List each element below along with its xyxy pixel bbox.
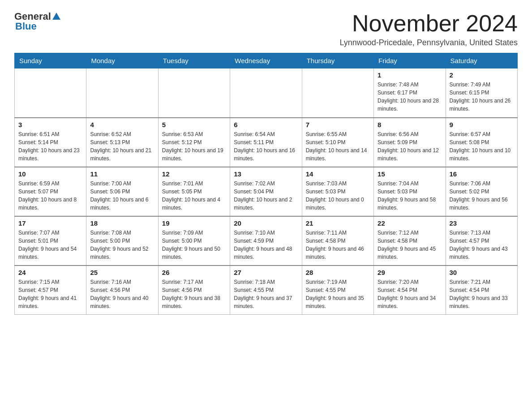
day-number: 16 [450,170,514,178]
calendar-cell: 1Sunrise: 7:48 AMSunset: 6:17 PMDaylight… [374,68,446,118]
page-header: General Blue November 2024 Lynnwood-Pric… [14,11,518,47]
day-number: 17 [18,219,82,227]
day-sun-info: Sunrise: 7:12 AMSunset: 4:58 PMDaylight:… [378,229,442,261]
day-number: 23 [450,219,514,227]
day-sun-info: Sunrise: 7:08 AMSunset: 5:00 PMDaylight:… [90,229,154,261]
day-number: 2 [450,71,514,79]
day-number: 29 [378,269,442,276]
weekday-header-friday: Friday [374,53,446,68]
day-sun-info: Sunrise: 6:59 AMSunset: 5:07 PMDaylight:… [18,180,82,212]
day-number: 24 [18,269,82,276]
day-sun-info: Sunrise: 7:19 AMSunset: 4:55 PMDaylight:… [306,278,370,310]
day-sun-info: Sunrise: 6:53 AMSunset: 5:12 PMDaylight:… [162,130,226,163]
day-sun-info: Sunrise: 7:16 AMSunset: 4:56 PMDaylight:… [90,278,154,310]
calendar-cell: 26Sunrise: 7:17 AMSunset: 4:56 PMDayligh… [158,265,230,315]
day-number: 11 [90,170,154,178]
day-sun-info: Sunrise: 6:52 AMSunset: 5:13 PMDaylight:… [90,130,154,163]
day-number: 26 [162,269,226,276]
weekday-header-tuesday: Tuesday [158,53,230,68]
calendar-cell [15,68,86,118]
day-number: 7 [306,121,370,128]
calendar-week-row: 3Sunrise: 6:51 AMSunset: 5:14 PMDaylight… [15,118,518,167]
day-sun-info: Sunrise: 7:09 AMSunset: 5:00 PMDaylight:… [162,229,226,261]
calendar-cell [158,68,230,118]
calendar-cell: 4Sunrise: 6:52 AMSunset: 5:13 PMDaylight… [86,118,158,167]
calendar-table: SundayMondayTuesdayWednesdayThursdayFrid… [14,53,518,315]
calendar-cell: 11Sunrise: 7:00 AMSunset: 5:06 PMDayligh… [86,167,158,216]
calendar-cell: 15Sunrise: 7:04 AMSunset: 5:03 PMDayligh… [374,167,446,216]
day-sun-info: Sunrise: 7:10 AMSunset: 4:59 PMDaylight:… [234,229,298,261]
day-sun-info: Sunrise: 7:02 AMSunset: 5:04 PMDaylight:… [234,180,298,212]
day-sun-info: Sunrise: 7:13 AMSunset: 4:57 PMDaylight:… [450,229,514,261]
day-number: 25 [90,269,154,276]
day-sun-info: Sunrise: 7:06 AMSunset: 5:02 PMDaylight:… [450,180,514,212]
day-number: 12 [162,170,226,178]
day-number: 15 [378,170,442,178]
day-sun-info: Sunrise: 6:51 AMSunset: 5:14 PMDaylight:… [18,130,82,163]
weekday-header-thursday: Thursday [302,53,373,68]
calendar-cell [230,68,302,118]
calendar-body: 1Sunrise: 7:48 AMSunset: 6:17 PMDaylight… [15,68,518,315]
day-sun-info: Sunrise: 6:54 AMSunset: 5:11 PMDaylight:… [234,130,298,163]
day-number: 4 [90,121,154,128]
weekday-header-sunday: Sunday [15,53,86,68]
calendar-cell: 28Sunrise: 7:19 AMSunset: 4:55 PMDayligh… [302,265,373,315]
calendar-cell: 30Sunrise: 7:21 AMSunset: 4:54 PMDayligh… [446,265,517,315]
calendar-cell: 23Sunrise: 7:13 AMSunset: 4:57 PMDayligh… [446,216,517,265]
logo-blue-text: Blue [15,21,37,32]
day-sun-info: Sunrise: 7:21 AMSunset: 4:54 PMDaylight:… [450,278,514,310]
calendar-cell: 8Sunrise: 6:56 AMSunset: 5:09 PMDaylight… [374,118,446,167]
logo: General Blue [14,11,62,32]
day-number: 19 [162,219,226,227]
day-sun-info: Sunrise: 7:48 AMSunset: 6:17 PMDaylight:… [378,81,442,113]
calendar-cell: 9Sunrise: 6:57 AMSunset: 5:08 PMDaylight… [446,118,517,167]
day-number: 10 [18,170,82,178]
calendar-cell: 3Sunrise: 6:51 AMSunset: 5:14 PMDaylight… [15,118,86,167]
day-number: 30 [450,269,514,276]
day-sun-info: Sunrise: 6:57 AMSunset: 5:08 PMDaylight:… [450,130,514,163]
calendar-cell: 20Sunrise: 7:10 AMSunset: 4:59 PMDayligh… [230,216,302,265]
calendar-week-row: 17Sunrise: 7:07 AMSunset: 5:01 PMDayligh… [15,216,518,265]
day-number: 27 [234,269,298,276]
day-number: 22 [378,219,442,227]
calendar-cell: 22Sunrise: 7:12 AMSunset: 4:58 PMDayligh… [374,216,446,265]
calendar-cell: 27Sunrise: 7:18 AMSunset: 4:55 PMDayligh… [230,265,302,315]
day-number: 18 [90,219,154,227]
day-sun-info: Sunrise: 7:11 AMSunset: 4:58 PMDaylight:… [306,229,370,261]
day-number: 1 [378,71,442,79]
calendar-cell: 14Sunrise: 7:03 AMSunset: 5:03 PMDayligh… [302,167,373,216]
day-number: 5 [162,121,226,128]
day-number: 21 [306,219,370,227]
day-number: 20 [234,219,298,227]
calendar-cell: 7Sunrise: 6:55 AMSunset: 5:10 PMDaylight… [302,118,373,167]
calendar-cell: 16Sunrise: 7:06 AMSunset: 5:02 PMDayligh… [446,167,517,216]
day-number: 8 [378,121,442,128]
day-sun-info: Sunrise: 7:18 AMSunset: 4:55 PMDaylight:… [234,278,298,310]
day-number: 28 [306,269,370,276]
day-sun-info: Sunrise: 7:04 AMSunset: 5:03 PMDaylight:… [378,180,442,212]
title-block: November 2024 Lynnwood-Pricedale, Pennsy… [339,11,518,47]
calendar-week-row: 10Sunrise: 6:59 AMSunset: 5:07 PMDayligh… [15,167,518,216]
calendar-cell: 24Sunrise: 7:15 AMSunset: 4:57 PMDayligh… [15,265,86,315]
weekday-header-saturday: Saturday [446,53,517,68]
calendar-cell: 2Sunrise: 7:49 AMSunset: 6:15 PMDaylight… [446,68,517,118]
day-sun-info: Sunrise: 6:55 AMSunset: 5:10 PMDaylight:… [306,130,370,163]
calendar-header: SundayMondayTuesdayWednesdayThursdayFrid… [15,53,518,68]
calendar-cell: 29Sunrise: 7:20 AMSunset: 4:54 PMDayligh… [374,265,446,315]
day-number: 3 [18,121,82,128]
calendar-cell: 19Sunrise: 7:09 AMSunset: 5:00 PMDayligh… [158,216,230,265]
weekday-header-wednesday: Wednesday [230,53,302,68]
weekday-header-row: SundayMondayTuesdayWednesdayThursdayFrid… [15,53,518,68]
calendar-cell: 25Sunrise: 7:16 AMSunset: 4:56 PMDayligh… [86,265,158,315]
day-sun-info: Sunrise: 6:56 AMSunset: 5:09 PMDaylight:… [378,130,442,163]
calendar-cell: 5Sunrise: 6:53 AMSunset: 5:12 PMDaylight… [158,118,230,167]
calendar-week-row: 24Sunrise: 7:15 AMSunset: 4:57 PMDayligh… [15,265,518,315]
location-subtitle: Lynnwood-Pricedale, Pennsylvania, United… [339,38,518,47]
calendar-week-row: 1Sunrise: 7:48 AMSunset: 6:17 PMDaylight… [15,68,518,118]
day-number: 14 [306,170,370,178]
calendar-cell: 18Sunrise: 7:08 AMSunset: 5:00 PMDayligh… [86,216,158,265]
day-number: 13 [234,170,298,178]
day-sun-info: Sunrise: 7:00 AMSunset: 5:06 PMDaylight:… [90,180,154,212]
month-year-title: November 2024 [339,11,518,36]
calendar-cell: 17Sunrise: 7:07 AMSunset: 5:01 PMDayligh… [15,216,86,265]
